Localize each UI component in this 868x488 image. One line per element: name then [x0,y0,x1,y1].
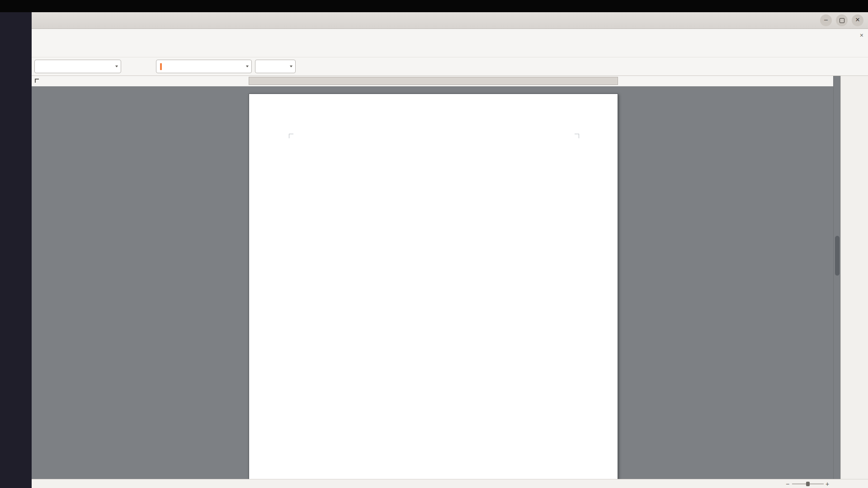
clock-menu[interactable] [440,0,443,12]
ruler-row [32,76,833,86]
chevron-down-icon[interactable] [112,60,121,73]
vertical-scrollbar[interactable] [833,76,840,479]
update-style-button[interactable] [124,60,138,73]
font-name-value [160,63,162,70]
window-controls [820,14,863,26]
document-page[interactable] [249,94,618,479]
document-content [293,94,576,149]
close-button[interactable] [852,14,863,26]
maximize-button[interactable] [836,14,848,26]
tab-stop-selector[interactable] [35,79,39,83]
view-layout-buttons [750,479,756,488]
chevron-down-icon[interactable] [242,60,251,73]
activities-button[interactable] [8,0,12,12]
minimize-button[interactable] [820,14,832,26]
sidebar-tab-strip [840,76,868,479]
horizontal-ruler[interactable] [249,77,618,85]
standard-toolbar [32,42,868,57]
font-size-combo[interactable] [255,60,296,73]
focused-app-indicator[interactable] [52,0,56,12]
text-boundary-mark [289,134,293,138]
new-style-button[interactable] [139,60,153,73]
zoom-slider[interactable] [792,483,824,484]
system-top-bar [0,0,868,12]
zoom-slider-thumb[interactable] [806,482,810,486]
chevron-down-icon[interactable] [286,60,295,73]
close-document-icon[interactable]: × [860,32,863,39]
status-bar: − + [32,479,868,488]
zoom-out-button[interactable]: − [786,479,789,488]
dock [0,12,32,488]
window-titlebar[interactable] [32,12,868,29]
formatting-toolbar [32,57,868,76]
document-canvas[interactable] [32,86,833,479]
paragraph-style-combo[interactable] [34,60,121,73]
libreoffice-writer-window: × [32,12,868,488]
zoom-level[interactable] [848,479,866,488]
menu-bar: × [32,29,868,42]
doc-title-heading[interactable] [293,94,576,142]
zoom-in-button[interactable]: + [826,479,829,488]
font-name-combo[interactable] [156,60,252,73]
scrollbar-thumb[interactable] [835,236,840,276]
system-status-menu[interactable] [854,0,862,12]
show-applications-button[interactable] [3,460,28,485]
